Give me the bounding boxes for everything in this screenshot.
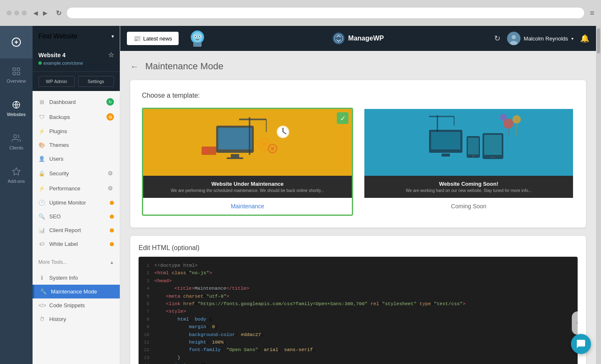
sidebar-add-button[interactable] [0, 26, 33, 58]
selected-check-icon: ✓ [337, 112, 348, 124]
nav-items: ⊞ Dashboard ↻ 🛡 Backups ⚙ ⚡ Plugins 🎨 Th… [33, 91, 120, 254]
bell-icon[interactable]: 🔔 [580, 34, 589, 43]
browser-back-button[interactable]: ◀ [32, 8, 40, 18]
refresh-icon[interactable]: ↻ [494, 34, 500, 43]
left-navigation: Find Website ▾ Website 4 ☆ example.com/c… [33, 26, 120, 364]
svg-point-32 [262, 142, 267, 147]
scrollbar-thumb[interactable] [597, 28, 600, 53]
speed-icon: ⚡ [38, 185, 45, 192]
collapse-handle[interactable]: ‹ [572, 311, 578, 335]
browser-refresh-button[interactable]: ↻ [56, 9, 61, 17]
user-avatar [507, 32, 520, 45]
code-line-3: 3 <head> [144, 277, 573, 285]
code-line-6: 6 <link href="https://fonts.googleapis.c… [144, 300, 573, 308]
nav-plugins-label: Plugins [49, 128, 114, 134]
code-line-11: 11 height: 100%; [144, 339, 573, 346]
sidebar-item-uptime[interactable]: 🕐 Uptime Monitor [33, 196, 120, 210]
find-website-header[interactable]: Find Website ▾ [33, 26, 120, 47]
icon-sidebar: Overview Websites Clients Add-ons [0, 26, 33, 364]
top-bar-right: ↻ Malcolm Reynolds ▾ 🔔 [494, 32, 589, 45]
sidebar-item-users[interactable]: 👤 Users [33, 152, 120, 166]
wp-admin-button[interactable]: WP Admin [38, 76, 75, 87]
nav-performance-label: Performance [49, 185, 102, 192]
right-scrollbar[interactable] [596, 26, 601, 364]
browser-chrome: ◀ ▶ ↻ ≡ [0, 0, 601, 26]
template-option-maintenance[interactable]: ✓ [142, 108, 353, 216]
sidebar-item-white-label[interactable]: 🏷 White Label [33, 237, 120, 251]
browser-nav[interactable]: ◀ ▶ [32, 8, 49, 18]
nav-themes-label: Themes [49, 142, 114, 148]
user-menu[interactable]: Malcolm Reynolds ▾ [507, 32, 573, 45]
browser-menu-icon[interactable]: ≡ [590, 9, 594, 18]
sidebar-item-themes[interactable]: 🎨 Themes [33, 138, 120, 152]
nav-system-info-label: System Info [49, 275, 114, 281]
sidebar-item-overview[interactable]: Overview [0, 58, 33, 92]
code-line-5: 5 <meta charset="utf-8"> [144, 293, 573, 300]
nav-maintenance-mode-label: Maintenance Mode [51, 288, 114, 295]
main-content: 📰 Latest news [120, 26, 596, 364]
browser-dot-2 [14, 10, 19, 15]
code-editor[interactable]: ‹ 1 <!doctype html> 2 <html class="no-js… [139, 257, 578, 364]
sidebar-item-clients[interactable]: Clients [0, 125, 33, 159]
svg-point-12 [192, 32, 202, 42]
sidebar-item-addons[interactable]: Add-ons [0, 159, 33, 192]
website-star-icon[interactable]: ☆ [108, 51, 114, 59]
svg-point-55 [513, 115, 521, 124]
sidebar-item-websites[interactable]: Websites [0, 92, 33, 125]
svg-rect-4 [17, 68, 20, 71]
more-tools-header[interactable]: More Tools... ▲ [33, 254, 120, 268]
nav-security-label: Security [49, 170, 102, 177]
sidebar-overview-label: Overview [7, 78, 26, 83]
settings-button[interactable]: Settings [78, 76, 114, 87]
history-icon: ⏱ [38, 316, 45, 322]
tag-icon: 🏷 [38, 241, 45, 247]
code-icon: </> [38, 302, 45, 308]
sidebar-websites-label: Websites [7, 112, 25, 117]
back-button[interactable]: ← [130, 62, 139, 71]
page-header: ← Maintenance Mode [130, 61, 586, 72]
sidebar-item-plugins[interactable]: ⚡ Plugins [33, 124, 120, 138]
browser-dot-3 [22, 10, 27, 15]
code-line-2: 2 <html class="no-js"> [144, 269, 573, 277]
sidebar-item-code-snippets[interactable]: </> Code Snippets [33, 298, 120, 312]
template-chooser-heading: Choose a template: [142, 92, 574, 99]
sidebar-item-system-info[interactable]: ℹ System Info [33, 271, 120, 285]
latest-news-button[interactable]: 📰 Latest news [127, 32, 179, 45]
code-editor-section: Edit HTML (optional) ‹ 1 <!doctype html>… [130, 236, 586, 364]
browser-forward-button[interactable]: ▶ [41, 8, 49, 18]
sidebar-item-client-report[interactable]: 📊 Client Report [33, 223, 120, 237]
top-bar-left: 📰 Latest news [127, 28, 208, 49]
maintenance-template-label[interactable]: Maintenance [143, 198, 352, 215]
nav-users-label: Users [49, 156, 114, 162]
maintenance-info-bar: Website Under Maintenance We are perform… [143, 176, 352, 198]
uptime-badge [110, 201, 114, 205]
website-actions: WP Admin Settings [33, 72, 120, 91]
chat-button[interactable] [571, 334, 591, 354]
nav-code-snippets-label: Code Snippets [49, 302, 114, 308]
code-line-9: 9 margin: 0; [144, 323, 573, 331]
template-option-coming-soon[interactable]: Website Coming Soon! We are working hard… [363, 108, 574, 216]
website-info: Website 4 ☆ example.com/clone [33, 47, 120, 72]
find-website-label: Find Website [38, 33, 77, 40]
user-chevron-icon: ▾ [571, 36, 573, 41]
more-tools-items: ℹ System Info 🔧 Maintenance Mode </> Cod… [33, 268, 120, 329]
template-options: ✓ [142, 108, 574, 216]
sidebar-item-backups[interactable]: 🛡 Backups ⚙ [33, 109, 120, 124]
code-line-12: 12 font-family: "Open Sans", arial, sans… [144, 346, 573, 354]
page-content: ← Maintenance Mode Choose a template: ✓ [120, 51, 596, 364]
white-label-badge [110, 242, 114, 246]
svg-rect-26 [231, 154, 239, 157]
sidebar-item-maintenance-mode[interactable]: 🔧 Maintenance Mode [33, 285, 120, 298]
brand-name: ManageWP [348, 35, 384, 42]
sidebar-item-seo[interactable]: 🔍 SEO [33, 210, 120, 223]
browser-url-bar[interactable] [66, 7, 585, 19]
sidebar-item-performance[interactable]: ⚡ Performance ⚙ [33, 181, 120, 196]
sidebar-item-dashboard[interactable]: ⊞ Dashboard ↻ [33, 94, 120, 109]
coming-soon-preview [364, 109, 573, 176]
coming-soon-template-label[interactable]: Coming Soon [364, 198, 573, 215]
sidebar-item-security[interactable]: 🔒 Security ⚙ [33, 166, 120, 181]
sidebar-item-history[interactable]: ⏱ History [33, 312, 120, 326]
code-line-1: 1 <!doctype html> [144, 262, 573, 269]
template-chooser-card: Choose a template: ✓ [130, 80, 586, 228]
svg-rect-6 [17, 72, 20, 75]
